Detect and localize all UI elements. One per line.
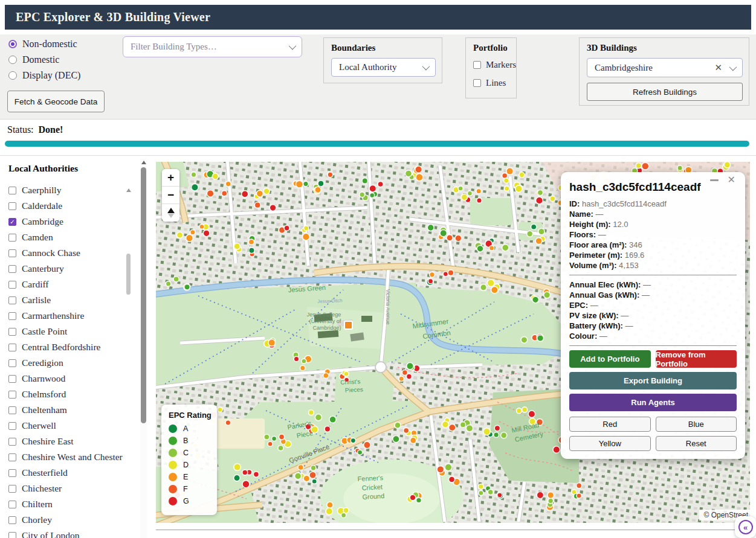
epc-marker[interactable] xyxy=(300,365,306,371)
epc-marker[interactable] xyxy=(537,492,543,498)
epc-marker[interactable] xyxy=(443,272,448,277)
checkbox-icon[interactable] xyxy=(8,485,16,493)
epc-marker[interactable] xyxy=(212,173,218,179)
local-authority-item[interactable]: Castle Point xyxy=(8,324,139,339)
filter-building-types-select[interactable]: Filter Building Types… xyxy=(123,36,302,57)
epc-marker[interactable] xyxy=(295,473,302,479)
epc-marker[interactable] xyxy=(537,335,544,342)
epc-marker[interactable] xyxy=(468,191,473,196)
epc-marker[interactable] xyxy=(173,277,179,282)
epc-marker[interactable] xyxy=(442,421,449,428)
epc-marker[interactable] xyxy=(304,226,309,231)
radio-domestic[interactable]: Domestic xyxy=(8,53,59,66)
epc-marker[interactable] xyxy=(427,225,434,231)
epc-marker[interactable] xyxy=(506,168,514,175)
epc-marker[interactable] xyxy=(476,189,481,194)
epc-marker[interactable] xyxy=(393,436,399,443)
clear-icon[interactable]: ✕ xyxy=(714,62,722,73)
epc-marker[interactable] xyxy=(315,414,321,421)
epc-marker[interactable] xyxy=(327,502,333,508)
checkbox-icon[interactable] xyxy=(8,328,16,336)
epc-marker[interactable] xyxy=(527,231,533,237)
local-authority-item[interactable]: Cardiff xyxy=(8,277,139,292)
epc-marker[interactable] xyxy=(494,432,499,438)
epc-marker[interactable] xyxy=(537,190,543,196)
checkbox-icon[interactable] xyxy=(8,501,16,508)
epc-marker[interactable] xyxy=(577,483,582,488)
scrollbar-thumb[interactable] xyxy=(141,167,146,423)
epc-marker[interactable] xyxy=(264,434,270,440)
epc-marker[interactable] xyxy=(428,279,433,284)
local-authority-item[interactable]: Canterbury xyxy=(8,261,139,277)
epc-marker[interactable] xyxy=(521,337,528,344)
epc-marker[interactable] xyxy=(256,190,263,197)
local-authority-item[interactable]: Cherwell xyxy=(8,418,139,434)
epc-marker[interactable] xyxy=(430,272,435,277)
epc-marker[interactable] xyxy=(176,232,183,238)
epc-marker[interactable] xyxy=(677,165,682,170)
checkbox-checked-icon[interactable]: ✓ xyxy=(8,218,16,226)
epc-marker[interactable] xyxy=(242,470,248,475)
epc-marker[interactable] xyxy=(362,178,367,184)
refresh-buildings-button[interactable]: Refresh Buildings xyxy=(587,83,743,101)
epc-marker[interactable] xyxy=(323,373,329,378)
epc-marker[interactable] xyxy=(535,238,542,245)
epc-marker[interactable] xyxy=(479,484,484,490)
fetch-geocode-button[interactable]: Fetch & Geocode Data xyxy=(7,91,105,112)
checkbox-icon[interactable] xyxy=(8,453,16,461)
epc-marker[interactable] xyxy=(225,181,231,187)
epc-marker[interactable] xyxy=(248,239,254,245)
epc-marker[interactable] xyxy=(501,432,507,438)
epc-marker[interactable] xyxy=(402,370,407,376)
epc-marker[interactable] xyxy=(309,472,316,478)
epc-marker[interactable] xyxy=(531,224,537,229)
epc-marker[interactable] xyxy=(724,162,730,168)
epc-marker[interactable] xyxy=(253,472,259,477)
selected-building-marker[interactable] xyxy=(344,321,352,329)
local-authority-item[interactable]: ✓Cambridge xyxy=(8,214,139,229)
radio-display-dec[interactable]: Display (DEC) xyxy=(8,69,80,82)
epc-marker[interactable] xyxy=(302,359,306,363)
epc-marker[interactable] xyxy=(278,445,283,450)
popup-close-icon[interactable]: ✕ xyxy=(728,174,735,185)
yellow-button[interactable]: Yellow xyxy=(569,436,651,451)
checkbox-icon[interactable] xyxy=(8,344,16,351)
epc-marker[interactable] xyxy=(479,490,483,495)
checkbox-icon[interactable] xyxy=(8,265,16,273)
epc-marker[interactable] xyxy=(303,233,310,240)
popup-minimize-button[interactable] xyxy=(710,179,719,181)
epc-marker[interactable] xyxy=(234,475,241,481)
epc-marker[interactable] xyxy=(519,172,525,178)
epc-marker[interactable] xyxy=(249,248,255,254)
epc-marker[interactable] xyxy=(522,407,528,412)
epc-marker[interactable] xyxy=(548,498,554,504)
local-authority-item[interactable]: Calderdale xyxy=(8,198,139,214)
epc-marker[interactable] xyxy=(358,450,363,455)
local-authority-item[interactable]: Chiltern xyxy=(8,496,139,512)
local-authority-item[interactable]: Carlisle xyxy=(8,292,139,308)
checkbox-icon[interactable] xyxy=(8,234,16,242)
epc-marker[interactable] xyxy=(294,356,299,362)
epc-marker[interactable] xyxy=(325,426,331,432)
epc-marker[interactable] xyxy=(370,193,375,198)
epc-marker[interactable] xyxy=(344,371,349,376)
epc-marker[interactable] xyxy=(528,411,535,418)
checkbox-icon[interactable] xyxy=(8,296,16,304)
epc-marker[interactable] xyxy=(166,281,171,287)
reset-button[interactable]: Reset xyxy=(656,436,737,451)
checkbox-icon[interactable] xyxy=(8,422,16,430)
epc-marker[interactable] xyxy=(448,270,454,276)
epc-marker[interactable] xyxy=(399,376,404,381)
epc-marker[interactable] xyxy=(447,235,453,241)
epc-marker[interactable] xyxy=(242,191,248,197)
epc-marker[interactable] xyxy=(489,246,494,251)
epc-marker[interactable] xyxy=(341,513,346,517)
local-authority-item[interactable]: Caerphilly xyxy=(8,182,139,198)
blue-button[interactable]: Blue xyxy=(656,417,737,432)
epc-marker[interactable] xyxy=(296,181,303,188)
3d-buildings-select[interactable]: Cambridgeshire ✕ xyxy=(587,58,743,77)
local-authority-item[interactable]: Cheshire East xyxy=(8,434,139,449)
epc-marker[interactable] xyxy=(536,197,543,204)
epc-marker[interactable] xyxy=(192,184,199,191)
epc-marker[interactable] xyxy=(234,243,240,249)
